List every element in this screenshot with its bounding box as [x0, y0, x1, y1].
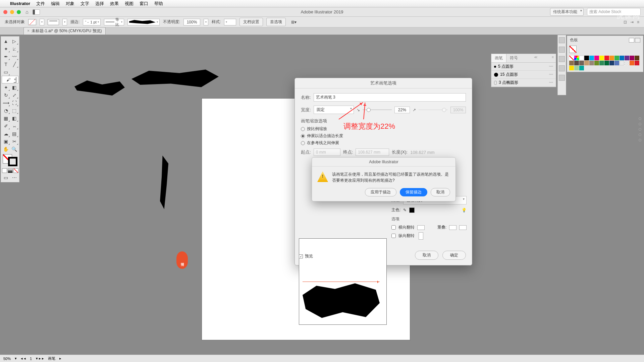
flip-v-checkbox[interactable]	[391, 234, 396, 238]
artboard-index[interactable]: 1	[30, 357, 32, 361]
overlap-a-icon[interactable]	[449, 225, 457, 230]
swatch[interactable]	[574, 61, 579, 65]
swatch-view-icon[interactable]	[629, 38, 634, 43]
main-color-swatch[interactable]	[409, 207, 415, 213]
paintbrush-tool[interactable]: 🖌	[2, 76, 18, 83]
swatch[interactable]	[589, 61, 594, 65]
swatch[interactable]	[574, 56, 579, 60]
dot-icon[interactable]	[639, 117, 641, 120]
menu-object[interactable]: 对象	[66, 1, 74, 7]
perspective-tool[interactable]: ⬚	[10, 107, 18, 114]
fill-menu[interactable]: ▾	[40, 19, 44, 25]
lasso-tool[interactable]: ⟀	[10, 45, 18, 53]
swatch[interactable]	[614, 56, 619, 60]
menu-file[interactable]: 文件	[36, 1, 45, 7]
swatch[interactable]	[589, 56, 594, 60]
menu-help[interactable]: 帮助	[154, 1, 163, 7]
tab-brushes[interactable]: 画笔	[491, 54, 506, 62]
zoom-level[interactable]: 50%	[3, 357, 11, 361]
free-transform-tool[interactable]: ⛶	[10, 99, 18, 107]
preview-checkbox[interactable]: ✓预览	[299, 253, 313, 259]
dot-icon[interactable]	[639, 123, 641, 125]
width-tool[interactable]: ⟿	[2, 99, 10, 107]
swatch[interactable]	[599, 61, 604, 65]
radio-stretch-guides[interactable]: 在参考线之间伸展	[301, 140, 466, 146]
swatch[interactable]	[609, 56, 614, 60]
dot-icon[interactable]	[639, 128, 641, 131]
name-input[interactable]: 艺术画笔 3	[314, 93, 466, 102]
swatch[interactable]	[620, 56, 624, 60]
swatch[interactable]	[614, 61, 619, 65]
brush-preview[interactable]: ▾	[127, 19, 160, 25]
swatch[interactable]	[594, 56, 599, 60]
swatch[interactable]	[569, 66, 574, 70]
magic-wand-tool[interactable]: ✦	[2, 45, 10, 53]
align-icon[interactable]: ⊞▾	[291, 20, 297, 24]
type-tool[interactable]: T	[2, 60, 10, 68]
swatch[interactable]	[620, 61, 624, 65]
menu-view[interactable]: 视图	[125, 1, 133, 7]
swatch[interactable]	[609, 61, 614, 65]
direct-selection-tool[interactable]: ▷	[10, 37, 18, 45]
overlap-b-icon[interactable]	[459, 225, 467, 230]
swatch-view-icon[interactable]	[635, 38, 640, 43]
rectangle-tool[interactable]: ▭	[2, 68, 10, 76]
panel-icon[interactable]	[559, 56, 565, 62]
stroke-menu[interactable]: ▾	[62, 19, 67, 25]
swatch[interactable]	[625, 56, 629, 60]
selection-tool[interactable]: ▲	[2, 37, 10, 45]
symbol-tool[interactable]: ☁	[2, 130, 10, 137]
rotate-tool[interactable]: ↻	[2, 91, 10, 99]
color-modes[interactable]	[2, 168, 18, 173]
swatch[interactable]	[584, 61, 589, 65]
eyedropper-icon[interactable]: ✎	[403, 208, 407, 213]
brush-item[interactable]: 5 点圆形〰	[491, 63, 556, 71]
maximize-icon[interactable]	[17, 10, 21, 14]
scale-tool[interactable]: ⤢	[10, 91, 18, 99]
menu-effect[interactable]: 效果	[110, 1, 119, 7]
flip-h-checkbox[interactable]	[391, 225, 396, 230]
mesh-tool[interactable]: ▦	[2, 114, 10, 122]
opacity-menu[interactable]: ▾	[204, 19, 208, 25]
swatch[interactable]	[569, 61, 574, 65]
canvas[interactable]: 清明 清明	[21, 35, 557, 355]
panel-icon[interactable]	[559, 65, 565, 71]
artboard-tool[interactable]: ▣	[2, 137, 10, 145]
panel-icon[interactable]	[559, 47, 565, 53]
cancel-button[interactable]: 取消	[431, 188, 450, 196]
swatch[interactable]	[599, 56, 604, 60]
menu-edit[interactable]: 编辑	[51, 1, 60, 7]
swatch[interactable]	[579, 56, 584, 60]
minimize-icon[interactable]	[10, 10, 14, 14]
document-tab[interactable]: ×未标题-1.ai* @ 50% (CMYK/GPU 预览)	[23, 27, 106, 35]
swatch[interactable]	[574, 66, 579, 70]
graph-tool[interactable]: ▤	[10, 130, 18, 137]
doc-setup-button[interactable]: 文档设置	[239, 18, 263, 26]
swatch[interactable]	[625, 61, 629, 65]
swatch[interactable]	[635, 61, 639, 65]
lightbulb-icon[interactable]: 💡	[462, 208, 467, 213]
swatch[interactable]	[584, 56, 589, 60]
stroke-profile[interactable]: 等比▾	[104, 19, 124, 25]
edit-toolbar[interactable]: ⋯	[10, 174, 18, 181]
fill-swatch[interactable]	[28, 19, 36, 25]
menu-text[interactable]: 文字	[80, 1, 89, 7]
opacity-field[interactable]: 100%	[183, 19, 200, 25]
dialog-cancel-button[interactable]: 取消	[415, 251, 438, 260]
apply-button[interactable]: 应用于描边	[365, 188, 396, 196]
dot-icon[interactable]	[639, 133, 641, 136]
eraser-tool[interactable]: ◧	[10, 83, 18, 91]
shaper-tool[interactable]: ✦	[2, 83, 10, 91]
dot-icon[interactable]	[639, 139, 641, 141]
swatch[interactable]	[579, 66, 584, 70]
panel-menu-icon[interactable]: ≡	[550, 54, 556, 62]
app-name[interactable]: Illustrator	[10, 1, 30, 6]
brush-item[interactable]: 3 点椭圆形〰	[491, 79, 556, 87]
slice-tool[interactable]: ✂	[10, 137, 18, 145]
fill-stroke-box[interactable]	[3, 154, 17, 166]
line-tool[interactable]: ╱	[10, 60, 18, 68]
width-slider[interactable]	[363, 107, 392, 113]
gradient-tool[interactable]: ◧	[10, 114, 18, 122]
blend-tool[interactable]: ⟗	[10, 122, 18, 130]
swatch[interactable]	[594, 61, 599, 65]
